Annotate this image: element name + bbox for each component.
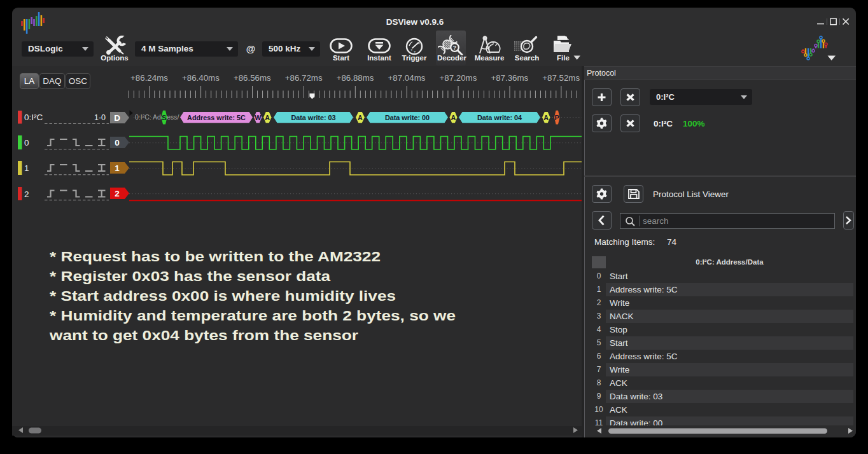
svg-text:0: 0 <box>24 138 29 148</box>
svg-text:0:I²C: 0:I²C <box>24 113 43 122</box>
svg-text:A: A <box>451 114 456 121</box>
svg-text:P: P <box>555 114 559 121</box>
svg-text:A: A <box>543 114 549 121</box>
svg-text:Data write: 04: Data write: 04 <box>477 114 522 121</box>
svg-text:+86.24ms: +86.24ms <box>130 73 168 83</box>
svg-text:want to get 0x04 bytes from th: want to get 0x04 bytes from the sensor <box>49 327 358 343</box>
svg-text:+87.52ms: +87.52ms <box>542 73 580 83</box>
svg-text:+86.40ms: +86.40ms <box>182 73 220 83</box>
svg-text:0: 0 <box>115 138 120 148</box>
svg-text:A: A <box>265 114 270 121</box>
svg-text:A: A <box>358 114 363 121</box>
svg-text:Data write: 00: Data write: 00 <box>385 114 430 121</box>
svg-text:Data write: 03: Data write: 03 <box>291 114 335 121</box>
svg-text:1: 1 <box>115 163 120 173</box>
svg-text:Address write: 5C: Address write: 5C <box>187 114 246 121</box>
svg-text:0:I²C: Address/: 0:I²C: Address/ <box>135 113 179 121</box>
svg-text:+87.20ms: +87.20ms <box>440 73 477 83</box>
svg-text:* Request has to be written to: * Request has to be written to the AM232… <box>50 249 381 265</box>
svg-text:1: 1 <box>24 163 29 173</box>
svg-text:+86.56ms: +86.56ms <box>234 73 271 83</box>
svg-text:* Humidity and temperature are: * Humidity and temperature are both 2 by… <box>50 308 456 324</box>
svg-text:1-0: 1-0 <box>94 113 106 122</box>
svg-text:+87.36ms: +87.36ms <box>491 73 528 83</box>
svg-text:* Start address 0x00 is where: * Start address 0x00 is where humidity l… <box>50 288 396 304</box>
svg-text:W: W <box>255 114 262 121</box>
svg-text:+86.88ms: +86.88ms <box>337 73 374 83</box>
svg-text:D: D <box>114 113 120 123</box>
svg-text:2: 2 <box>24 189 29 199</box>
svg-text:2: 2 <box>115 189 120 198</box>
svg-text:S: S <box>162 114 166 121</box>
svg-text:+86.72ms: +86.72ms <box>285 73 323 83</box>
svg-text:+87.04ms: +87.04ms <box>388 73 426 83</box>
svg-text:* Register 0x03 has the sensor: * Register 0x03 has the sensor data <box>50 268 331 284</box>
